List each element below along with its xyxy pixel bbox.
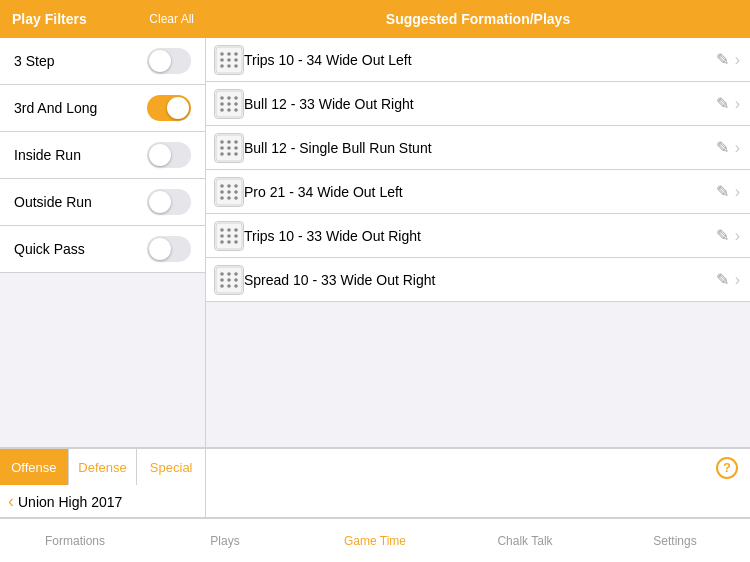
svg-point-56 (234, 278, 238, 282)
play-name-1: Trips 10 - 34 Wide Out Left (244, 52, 716, 68)
header-right: Suggested Formation/Plays (206, 11, 750, 27)
filter-label-quick-pass: Quick Pass (14, 241, 85, 257)
toggle-knob-outside-run (149, 191, 171, 213)
svg-point-36 (234, 190, 238, 194)
chevron-right-5: › (735, 227, 740, 245)
svg-point-58 (227, 284, 231, 288)
toggle-quick-pass[interactable] (147, 236, 191, 262)
svg-point-17 (220, 108, 224, 112)
nav-item-formations[interactable]: Formations (0, 519, 150, 562)
nav-item-settings[interactable]: Settings (600, 519, 750, 562)
category-tab-offense[interactable]: Offense (0, 449, 69, 485)
svg-point-15 (227, 102, 231, 106)
category-tabs-container: OffenseDefenseSpecial (0, 449, 206, 486)
bottom-nav: FormationsPlaysGame TimeChalk TalkSettin… (0, 518, 750, 562)
bottom-area: OffenseDefenseSpecial ? ‹ Union High 201… (0, 447, 750, 562)
svg-point-3 (234, 52, 238, 56)
play-actions-3: ✎› (716, 138, 740, 157)
play-item-2[interactable]: Bull 12 - 33 Wide Out Right✎› (206, 82, 750, 126)
edit-icon-2[interactable]: ✎ (716, 94, 729, 113)
filter-list: 3 Step3rd And LongInside RunOutside RunQ… (0, 38, 205, 447)
toggle-knob-inside-run (149, 144, 171, 166)
svg-point-55 (227, 278, 231, 282)
play-item-6[interactable]: Spread 10 - 33 Wide Out Right✎› (206, 258, 750, 302)
toggle-knob-third-and-long (167, 97, 189, 119)
filter-label-three-step: 3 Step (14, 53, 54, 69)
svg-point-35 (227, 190, 231, 194)
formation-icon-1 (214, 45, 244, 75)
svg-point-43 (234, 228, 238, 232)
cat-team-row: OffenseDefenseSpecial ? (0, 448, 750, 486)
filter-label-inside-run: Inside Run (14, 147, 81, 163)
svg-point-59 (234, 284, 238, 288)
filter-item-inside-run: Inside Run (0, 132, 205, 179)
edit-icon-4[interactable]: ✎ (716, 182, 729, 201)
toggle-knob-quick-pass (149, 238, 171, 260)
toggle-outside-run[interactable] (147, 189, 191, 215)
team-selector[interactable]: ‹ Union High 2017 (0, 486, 206, 517)
toggle-three-step[interactable] (147, 48, 191, 74)
svg-point-13 (234, 96, 238, 100)
play-name-2: Bull 12 - 33 Wide Out Right (244, 96, 716, 112)
svg-point-38 (227, 196, 231, 200)
edit-icon-5[interactable]: ✎ (716, 226, 729, 245)
top-header: Play Filters Clear All Suggested Formati… (0, 0, 750, 38)
play-item-1[interactable]: Trips 10 - 34 Wide Out Left✎› (206, 38, 750, 82)
filter-label-outside-run: Outside Run (14, 194, 92, 210)
svg-point-21 (220, 140, 224, 144)
svg-point-41 (220, 228, 224, 232)
svg-point-57 (220, 284, 224, 288)
category-tab-defense[interactable]: Defense (69, 449, 138, 485)
svg-point-16 (234, 102, 238, 106)
category-tab-special[interactable]: Special (137, 449, 205, 485)
svg-point-19 (234, 108, 238, 112)
edit-icon-6[interactable]: ✎ (716, 270, 729, 289)
header-left: Play Filters Clear All (0, 11, 206, 27)
toggle-third-and-long[interactable] (147, 95, 191, 121)
svg-point-25 (227, 146, 231, 150)
play-name-4: Pro 21 - 34 Wide Out Left (244, 184, 716, 200)
edit-icon-3[interactable]: ✎ (716, 138, 729, 157)
filter-label-third-and-long: 3rd And Long (14, 100, 97, 116)
formation-icon-4 (214, 177, 244, 207)
svg-point-1 (220, 52, 224, 56)
svg-point-6 (234, 58, 238, 62)
formation-icon-3 (214, 133, 244, 163)
svg-point-4 (220, 58, 224, 62)
nav-item-plays[interactable]: Plays (150, 519, 300, 562)
svg-point-44 (220, 234, 224, 238)
svg-point-37 (220, 196, 224, 200)
svg-point-47 (220, 240, 224, 244)
play-actions-4: ✎› (716, 182, 740, 201)
formation-icon-6 (214, 265, 244, 295)
help-button[interactable]: ? (716, 457, 738, 479)
right-panel: Trips 10 - 34 Wide Out Left✎›Bull 12 - 3… (206, 38, 750, 447)
clear-all-button[interactable]: Clear All (149, 12, 194, 26)
chevron-right-2: › (735, 95, 740, 113)
svg-point-27 (220, 152, 224, 156)
svg-point-34 (220, 190, 224, 194)
svg-point-32 (227, 184, 231, 188)
svg-point-48 (227, 240, 231, 244)
team-name: Union High 2017 (18, 494, 122, 510)
svg-point-42 (227, 228, 231, 232)
svg-point-8 (227, 64, 231, 68)
nav-item-game-time[interactable]: Game Time (300, 519, 450, 562)
chevron-right-4: › (735, 183, 740, 201)
chevron-right-6: › (735, 271, 740, 289)
svg-point-46 (234, 234, 238, 238)
svg-point-51 (220, 272, 224, 276)
svg-point-23 (234, 140, 238, 144)
play-item-5[interactable]: Trips 10 - 33 Wide Out Right✎› (206, 214, 750, 258)
play-filters-title: Play Filters (12, 11, 87, 27)
play-actions-2: ✎› (716, 94, 740, 113)
toggle-inside-run[interactable] (147, 142, 191, 168)
play-actions-5: ✎› (716, 226, 740, 245)
team-right-empty (206, 486, 750, 517)
svg-point-12 (227, 96, 231, 100)
svg-point-39 (234, 196, 238, 200)
play-item-4[interactable]: Pro 21 - 34 Wide Out Left✎› (206, 170, 750, 214)
play-item-3[interactable]: Bull 12 - Single Bull Run Stunt✎› (206, 126, 750, 170)
edit-icon-1[interactable]: ✎ (716, 50, 729, 69)
nav-item-chalk-talk[interactable]: Chalk Talk (450, 519, 600, 562)
